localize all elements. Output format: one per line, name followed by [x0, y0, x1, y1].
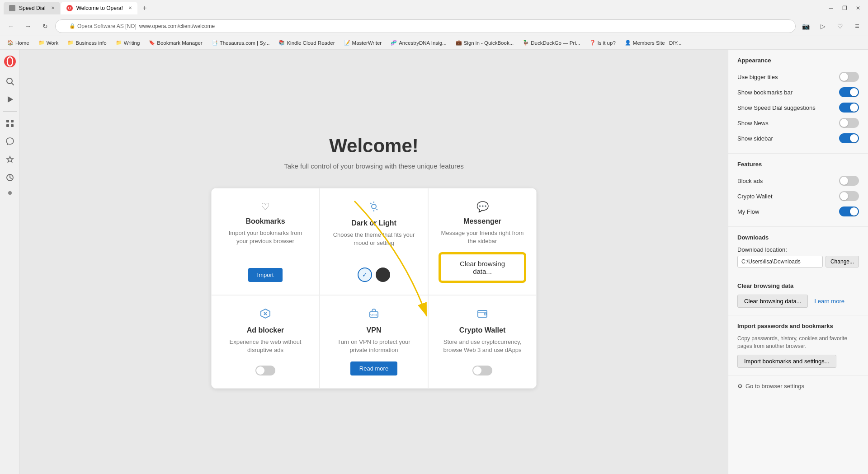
- bookmark-thesaurus-label: Thesaurus.com | Sy...: [220, 40, 270, 46]
- welcome-page: Welcome! Take full control of your brows…: [20, 50, 728, 474]
- crypto-wallet-toggle[interactable]: [472, 366, 492, 375]
- import-bookmarks-button[interactable]: Import bookmarks and settings...: [737, 355, 836, 368]
- ssl-label: Opera Software AS [NO]: [77, 23, 137, 29]
- go-to-settings-link[interactable]: ⚙ Go to browser settings: [737, 383, 859, 390]
- bookmarks-bar: 🏠 Home 📁 Work 📁 Business info 📁 Writing …: [0, 36, 868, 50]
- forward-button[interactable]: →: [21, 19, 35, 33]
- back-button[interactable]: ←: [4, 19, 18, 33]
- bookmark-members[interactable]: 👤 Members Site | DIY...: [621, 38, 685, 48]
- svg-rect-20: [478, 310, 487, 317]
- adblocker-icon: [260, 308, 271, 322]
- ancestry-icon: 🧬: [391, 40, 397, 46]
- svg-marker-4: [8, 96, 13, 103]
- welcome-title: Welcome!: [329, 135, 419, 157]
- close-button[interactable]: ✕: [852, 2, 864, 14]
- go-settings-label: Go to browser settings: [745, 383, 804, 390]
- bookmark-masterwriter[interactable]: 📝 MasterWriter: [340, 38, 386, 48]
- duckduckgo-icon: 🦆: [523, 40, 529, 46]
- import-button[interactable]: Import: [248, 268, 283, 282]
- svg-line-13: [377, 209, 377, 210]
- sidebar-favorites[interactable]: [2, 151, 18, 168]
- bookmark-work[interactable]: 📁 Work: [35, 38, 62, 48]
- flow-button[interactable]: ▷: [816, 19, 830, 33]
- bookmark-duckduckgo[interactable]: 🦆 DuckDuckGo — Pri...: [519, 38, 584, 48]
- dot-indicator: [8, 191, 12, 195]
- bookmark-work-label: Work: [47, 40, 59, 46]
- quickbooks-icon: 💼: [456, 40, 462, 46]
- sidebar-history[interactable]: [2, 169, 18, 186]
- bookmark-quickbooks-label: Sign in - QuickBook...: [464, 40, 514, 46]
- bookmark-kindle[interactable]: 📚 Kindle Cloud Reader: [275, 38, 338, 48]
- change-location-button[interactable]: Change...: [826, 256, 859, 268]
- feature-adblocker: Ad blocker Experience the web without di…: [211, 295, 320, 389]
- bookmark-business[interactable]: 📁 Business info: [64, 38, 110, 48]
- show-news-toggle[interactable]: [839, 118, 859, 128]
- show-sidebar-toggle[interactable]: [839, 133, 859, 143]
- block-ads-toggle[interactable]: [839, 176, 859, 186]
- bookmark-quickbooks[interactable]: 💼 Sign in - QuickBook...: [452, 38, 518, 48]
- gear-icon: ⚙: [737, 383, 743, 390]
- bookmarks-bar-toggle[interactable]: [839, 87, 859, 97]
- adblocker-title: Ad blocker: [247, 326, 284, 334]
- feature-vpn: VPN VPN Turn on VPN to protect your priv…: [320, 295, 428, 389]
- speed-dial-suggestions-toggle[interactable]: [839, 103, 859, 113]
- bookmark-manager[interactable]: 🔖 Bookmark Manager: [145, 38, 206, 48]
- bookmark-isitup[interactable]: ❓ Is it up?: [586, 38, 619, 48]
- tab-close-welcome[interactable]: ✕: [128, 5, 132, 10]
- bookmark-writing[interactable]: 📁 Writing: [112, 38, 144, 48]
- title-bar: Speed Dial ✕ O Welcome to Opera! ✕ + ─ ❐…: [0, 0, 868, 16]
- vpn-icon: VPN: [368, 308, 379, 322]
- bigger-tiles-toggle[interactable]: [839, 72, 859, 82]
- tab-close-speed-dial[interactable]: ✕: [51, 5, 55, 10]
- reload-button[interactable]: ↻: [38, 19, 52, 33]
- sidebar-search[interactable]: [2, 73, 18, 89]
- address-input[interactable]: 🔒 Opera Software AS [NO] www.opera.com/c…: [55, 19, 796, 33]
- tab-welcome[interactable]: O Welcome to Opera! ✕: [61, 2, 137, 14]
- dark-light-icon: [368, 201, 379, 215]
- svg-rect-6: [11, 120, 14, 122]
- vpn-read-more-button[interactable]: Read more: [350, 361, 397, 375]
- bookmarks-bar-label: Show bookmarks bar: [737, 89, 793, 96]
- bookmark-home[interactable]: 🏠 Home: [4, 38, 33, 48]
- downloads-title: Downloads: [737, 234, 859, 241]
- main-layout: Welcome! Take full control of your brows…: [0, 50, 868, 474]
- dark-theme-button[interactable]: [376, 268, 390, 282]
- sidebar-apps[interactable]: [2, 115, 18, 131]
- restore-button[interactable]: ❐: [838, 2, 851, 14]
- adblocker-toggle[interactable]: [255, 366, 275, 375]
- camera-button[interactable]: 📷: [798, 19, 813, 33]
- opera-logo[interactable]: [2, 53, 18, 70]
- dark-light-desc: Choose the theme that fits your mood or …: [331, 231, 417, 260]
- speed-dial-favicon: [9, 5, 15, 11]
- light-theme-button[interactable]: ✓: [358, 268, 372, 282]
- svg-rect-21: [484, 313, 486, 315]
- clear-browsing-section: Clear browsing data Clear browsing data.…: [728, 275, 868, 315]
- favorites-button[interactable]: ♡: [833, 19, 847, 33]
- crypto-wallet-settings-label: Crypto Wallet: [737, 193, 773, 200]
- adblocker-desc: Experience the web without disruptive ad…: [222, 338, 308, 358]
- tab-label-speed-dial: Speed Dial: [19, 5, 46, 11]
- learn-more-link[interactable]: Learn more: [814, 298, 844, 305]
- address-url: www.opera.com/client/welcome: [139, 23, 215, 29]
- minimize-button[interactable]: ─: [825, 2, 837, 14]
- sidebar-messenger[interactable]: [2, 133, 18, 150]
- block-ads-row: Block ads: [737, 173, 859, 188]
- clear-browsing-data-button[interactable]: Clear browsing data...: [439, 253, 525, 282]
- bookmark-ancestry[interactable]: 🧬 AncestryDNA Insig...: [387, 38, 450, 48]
- sidebar-flow[interactable]: [2, 91, 18, 108]
- svg-rect-5: [6, 120, 9, 122]
- crypto-wallet-settings-toggle[interactable]: [839, 191, 859, 201]
- bookmark-manager-icon: 🔖: [149, 40, 155, 46]
- my-flow-toggle[interactable]: [839, 206, 859, 216]
- bookmark-thesaurus[interactable]: 📑 Thesaurus.com | Sy...: [208, 38, 274, 48]
- tab-speed-dial[interactable]: Speed Dial ✕: [4, 2, 60, 14]
- menu-button[interactable]: ≡: [850, 19, 864, 33]
- ssl-lock-icon: 🔒: [69, 23, 75, 29]
- new-tab-button[interactable]: +: [138, 2, 151, 14]
- dark-light-title: Dark or Light: [351, 219, 396, 227]
- feature-dark-light: Dark or Light Choose the theme that fits…: [320, 188, 428, 295]
- settings-panel: Appearance Use bigger tiles Show bookmar…: [728, 50, 868, 474]
- work-icon: 📁: [38, 40, 45, 46]
- bookmark-home-label: Home: [15, 40, 29, 46]
- clear-browsing-settings-button[interactable]: Clear browsing data...: [737, 295, 808, 308]
